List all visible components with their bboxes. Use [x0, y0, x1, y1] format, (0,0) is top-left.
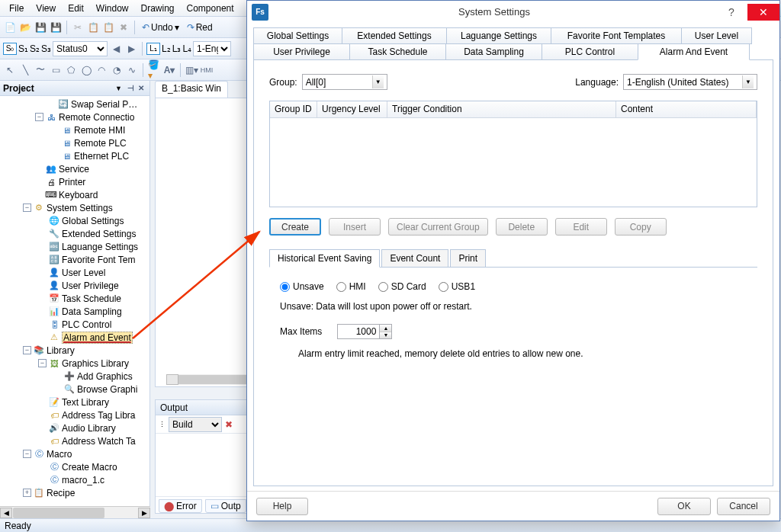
status-select[interactable]: Status0 — [53, 41, 108, 56]
tree-create-macro[interactable]: Create Macro — [62, 462, 117, 473]
menu-file[interactable]: File — [3, 2, 30, 15]
redo-button[interactable]: ↷Red — [184, 21, 216, 34]
ok-button[interactable]: OK — [657, 498, 711, 515]
tree-graphics[interactable]: Graphics Library — [62, 358, 129, 369]
menu-edit[interactable]: Edit — [62, 2, 90, 15]
tab-extended[interactable]: Extended Settings — [342, 27, 447, 44]
maxitems-input[interactable] — [337, 324, 380, 339]
col-urgency[interactable]: Urgency Level — [317, 101, 387, 117]
tree-macro[interactable]: Macro — [47, 449, 72, 460]
tree-plc[interactable]: PLC Control — [62, 319, 111, 330]
tab-userlevel[interactable]: User Level — [681, 27, 752, 44]
tree-printer[interactable]: Printer — [59, 177, 85, 187]
s0-box[interactable]: S₀ — [3, 43, 17, 55]
tab-global[interactable]: Global Settings — [253, 27, 342, 44]
tree-audio[interactable]: Audio Library — [62, 423, 116, 434]
tree-userlevel[interactable]: User Level — [62, 268, 105, 278]
tree-keyboard[interactable]: Keyboard — [59, 190, 98, 200]
tree-macro1[interactable]: macro_1.c — [62, 475, 104, 486]
rect-icon[interactable]: ▭ — [49, 63, 63, 77]
tree-remote-plc[interactable]: Remote PLC — [74, 138, 127, 149]
doc-tab[interactable]: B_1:Basic Win — [155, 81, 228, 98]
shape-tools-icon[interactable]: ▥▾ — [185, 63, 198, 77]
tree-browse-graphics[interactable]: Browse Graphi — [77, 384, 137, 395]
menu-view[interactable]: View — [30, 2, 62, 15]
tab-userpriv[interactable]: User Privilege — [253, 43, 350, 60]
build-select[interactable]: Build — [169, 417, 222, 432]
pointer-icon[interactable]: ↖ — [3, 63, 17, 77]
fill-icon[interactable]: 🪣▾ — [147, 63, 161, 77]
tree-service[interactable]: Service — [59, 164, 89, 175]
subtab-count[interactable]: Event Count — [381, 249, 448, 268]
tree-favfont[interactable]: Favorite Font Tem — [62, 255, 135, 265]
alarm-grid[interactable]: Group ID Urgency Level Trigger Condition… — [269, 101, 757, 207]
tab-favfont[interactable]: Favorite Font Templates — [551, 27, 682, 44]
chevron-down-icon[interactable]: ▼ — [742, 75, 754, 88]
radio-hmi[interactable]: HMI — [336, 281, 366, 292]
tree-eth-plc[interactable]: Ethernet PLC — [74, 151, 129, 162]
expander-icon[interactable]: − — [38, 359, 47, 367]
s3-label[interactable]: S₃ — [41, 43, 51, 54]
tree-textlib[interactable]: Text Library — [62, 397, 109, 408]
tree-addrtag[interactable]: Address Tag Libra — [62, 410, 136, 421]
s2-label[interactable]: S₂ — [30, 43, 40, 54]
edit-button[interactable]: Edit — [555, 218, 607, 236]
tree-library[interactable]: Library — [47, 345, 75, 356]
delete-button[interactable]: Delete — [496, 218, 548, 236]
save-icon[interactable]: 💾 — [34, 21, 47, 34]
clear-output-icon[interactable]: ✖ — [225, 419, 233, 430]
menu-window[interactable]: Window — [90, 2, 135, 15]
s1-label[interactable]: S₁ — [18, 43, 28, 54]
l3-label[interactable]: L₃ — [172, 43, 182, 54]
l4-label[interactable]: L₄ — [182, 43, 191, 54]
dialog-titlebar[interactable]: Fs System Settings ? ✕ — [247, 1, 779, 23]
output-tab-error[interactable]: ⬤Error — [159, 499, 202, 513]
tree-remote-conn[interactable]: Remote Connectio — [59, 112, 134, 123]
expander-icon[interactable]: + — [23, 489, 31, 497]
delete-icon[interactable]: ✖ — [117, 21, 130, 34]
tab-plc[interactable]: PLC Control — [542, 43, 638, 60]
expander-icon[interactable]: − — [35, 113, 43, 121]
curve-icon[interactable]: ∿ — [125, 63, 139, 77]
subtab-print[interactable]: Print — [450, 249, 486, 268]
undo-button[interactable]: ↶Undo▾ — [139, 21, 182, 34]
menu-component[interactable]: Component — [181, 2, 240, 15]
line-icon[interactable]: ╲ — [18, 63, 32, 77]
expander-icon[interactable]: − — [23, 346, 31, 354]
create-button[interactable]: Create — [269, 218, 321, 236]
group-combo[interactable]: All[0]▼ — [302, 74, 387, 90]
copy-icon[interactable]: 📋 — [86, 21, 100, 34]
tab-language[interactable]: Laguange Settings — [446, 27, 551, 44]
menu-drawing[interactable]: Drawing — [135, 2, 181, 15]
cut-icon[interactable]: ✂ — [71, 21, 85, 34]
expander-icon[interactable]: − — [23, 204, 31, 212]
tab-sampling[interactable]: Data Sampling — [445, 43, 542, 60]
subtab-historical[interactable]: Historical Event Saving — [269, 249, 380, 268]
language-combo[interactable]: 1-English (United States)▼ — [623, 74, 757, 90]
tree-addrwatch[interactable]: Address Watch Ta — [62, 436, 136, 447]
tree-global[interactable]: Global Settings — [62, 216, 124, 226]
col-groupid[interactable]: Group ID — [270, 101, 317, 117]
tree-hscroll[interactable]: ◀▶ — [0, 506, 150, 518]
tree-task[interactable]: Task Schedule — [62, 293, 121, 304]
tree-system-settings[interactable]: System Settings — [47, 203, 113, 213]
cancel-button[interactable]: Cancel — [717, 498, 770, 515]
titlebar-help-icon[interactable]: ? — [715, 4, 747, 21]
ellipse-icon[interactable]: ◯ — [79, 63, 93, 77]
col-trigger[interactable]: Trigger Condition — [387, 101, 616, 117]
tree-swap[interactable]: Swap Serial P… — [71, 99, 137, 110]
tab-task[interactable]: Task Schedule — [349, 43, 446, 60]
expander-icon[interactable]: − — [23, 450, 31, 458]
polyline-icon[interactable]: 〜 — [34, 63, 47, 77]
pin-icon[interactable]: ⊣ — [125, 83, 136, 94]
tree-add-graphics[interactable]: Add Graphics — [77, 371, 133, 382]
l1-box[interactable]: L₁ — [146, 43, 160, 55]
label-icon[interactable]: HMI — [200, 63, 214, 77]
tab-alarm[interactable]: Alarm And Event — [638, 43, 750, 60]
status-prev-icon[interactable]: ◀ — [109, 42, 123, 56]
output-tab-output[interactable]: ▭Outp — [205, 499, 246, 513]
tree-sampling[interactable]: Data Sampling — [62, 306, 122, 317]
close-panel-icon[interactable]: ✕ — [136, 83, 146, 94]
a-icon[interactable]: A▾ — [162, 63, 176, 77]
radio-unsave[interactable]: Unsave — [280, 281, 324, 292]
